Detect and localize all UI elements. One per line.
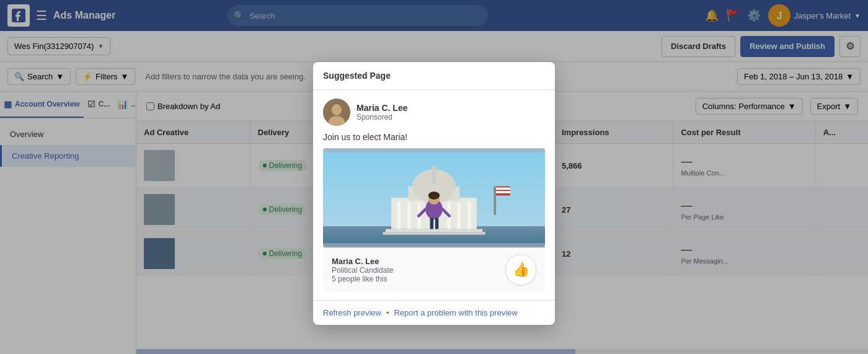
popup-body: Maria C. Lee Sponsored Join us to elect … [313,90,555,300]
popup-overlay: Suggested Page Maria C. Lee Sponsored [0,0,868,354]
svg-point-12 [431,166,436,171]
candidate-name: Maria C. Lee [332,257,393,266]
profile-info: Maria C. Lee Sponsored [356,103,407,122]
svg-rect-28 [494,187,496,215]
candidate-info: Maria C. Lee Political Candidate 5 peopl… [332,257,393,283]
svg-rect-19 [386,229,482,232]
report-problem-link[interactable]: Report a problem with this preview [394,308,518,317]
svg-point-23 [428,192,440,200]
like-icon: 👍 [513,262,529,278]
candidate-likes: 5 people like this [332,275,393,283]
suggested-page-popup: Suggested Page Maria C. Lee Sponsored [313,62,555,325]
svg-rect-17 [458,202,461,229]
svg-rect-14 [407,202,411,229]
svg-point-4 [332,104,342,115]
svg-rect-13 [397,202,401,229]
refresh-preview-link[interactable]: Refresh preview [323,308,381,317]
profile-picture [323,99,350,126]
sponsored-label: Sponsored [356,113,407,122]
social-card-header: Maria C. Lee Sponsored [323,99,545,126]
card-footer: Maria C. Lee Political Candidate 5 peopl… [323,247,545,291]
svg-rect-27 [435,218,439,229]
svg-rect-30 [496,187,510,190]
svg-rect-20 [383,232,485,235]
separator: • [386,308,389,317]
post-image [323,148,545,247]
popup-footer: Refresh preview • Report a problem with … [313,300,555,325]
svg-rect-31 [496,191,510,193]
svg-rect-26 [430,218,434,229]
like-button[interactable]: 👍 [505,254,536,285]
popup-header: Suggested Page [313,62,555,90]
post-text: Join us to elect Maria! [323,132,545,142]
profile-name: Maria C. Lee [356,103,407,113]
candidate-role: Political Candidate [332,266,393,275]
svg-rect-11 [432,169,436,184]
svg-rect-18 [467,202,471,229]
social-card: Maria C. Lee Sponsored Join us to elect … [313,90,555,300]
